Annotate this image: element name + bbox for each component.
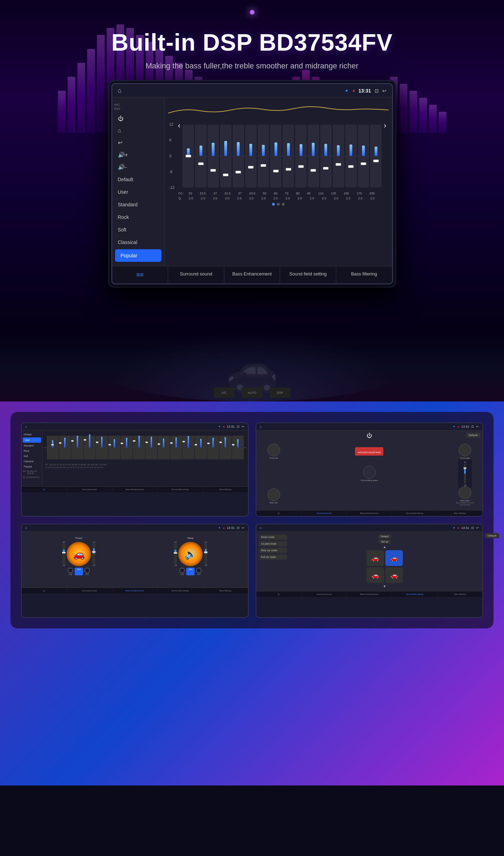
mini-slider-5[interactable] <box>96 436 108 460</box>
eq-nav-right[interactable]: › <box>382 121 388 191</box>
eq-slider-7[interactable] <box>270 125 281 187</box>
mini-home-3[interactable]: ⌂ <box>25 526 27 530</box>
eq-slider-6[interactable] <box>258 125 269 187</box>
mini-tab-eq-2[interactable]: ||| <box>256 510 302 516</box>
mini-win-2[interactable]: ⊡ <box>471 425 474 428</box>
eq-slider-11[interactable] <box>320 125 332 187</box>
eq-slider-0[interactable] <box>182 125 194 187</box>
eq-nav-left[interactable]: ‹ <box>176 121 182 191</box>
eq-slider-5[interactable] <box>245 125 257 187</box>
sidebar-item-back[interactable]: ↩ <box>112 136 164 149</box>
mini-tab-bass-4[interactable]: Bass Enhancement <box>347 591 392 597</box>
mini-win-4[interactable]: ⊡ <box>471 526 474 530</box>
mini-si-soft[interactable]: Soft <box>22 453 42 459</box>
mini-slider-3[interactable] <box>71 436 83 460</box>
mini-win-1[interactable]: ⊡ <box>237 425 240 428</box>
mode-driver[interactable]: Driver mode <box>259 534 287 540</box>
mini-home-4[interactable]: ⌂ <box>260 526 262 530</box>
seat-rl[interactable]: 🚗 <box>367 567 384 583</box>
mini-slider-1[interactable] <box>47 436 59 460</box>
surround-default-btn[interactable]: Default <box>466 433 480 438</box>
mode-rear[interactable]: Rear car mode <box>259 548 287 553</box>
seat-rr[interactable]: 🚗 <box>385 567 403 583</box>
tab-bass-enhancement[interactable]: Bass Enhancement <box>224 266 280 283</box>
eq-slider-4[interactable] <box>233 125 244 187</box>
right-slider-1[interactable] <box>464 464 466 484</box>
rear-slider-left[interactable] <box>174 543 177 564</box>
seat-fl[interactable]: 🚗 <box>367 550 384 566</box>
page-dot-3[interactable] <box>282 203 285 206</box>
mini-back-1[interactable]: ↩ <box>242 425 245 428</box>
mini-back-3[interactable]: ↩ <box>242 526 245 530</box>
sidebar-item-classical[interactable]: Classical <box>112 236 164 249</box>
eq-slider-3[interactable] <box>220 125 232 187</box>
mini-tab-filter-4[interactable]: Bass filtering <box>437 591 482 597</box>
home-icon[interactable]: ⌂ <box>118 87 122 94</box>
eq-slider-14[interactable] <box>358 125 369 187</box>
mini-slider-12[interactable] <box>182 436 194 460</box>
mini-tab-bass-2[interactable]: Bass Enhancement <box>347 510 392 516</box>
mini-home-2[interactable]: ⌂ <box>260 425 262 428</box>
mini-tab-bass-3[interactable]: Bass Enhancement <box>112 588 158 593</box>
eq-slider-15[interactable] <box>370 125 382 187</box>
mini-slider-11[interactable] <box>170 436 182 460</box>
mini-home-1[interactable]: ⌂ <box>25 425 27 428</box>
mini-slider-16[interactable] <box>232 436 244 460</box>
mini-slider-2[interactable] <box>59 436 71 460</box>
front-slider-left[interactable] <box>62 543 65 564</box>
mini-slider-8[interactable] <box>133 436 145 460</box>
mini-tab-surround-2[interactable]: Surround sound <box>301 510 347 516</box>
sidebar-item-vol-down[interactable]: 🔊- <box>112 161 164 173</box>
mini-tab-field-1[interactable]: Sound field setting <box>158 487 203 492</box>
mini-back-2[interactable]: ↩ <box>476 425 479 428</box>
sidebar-item-user[interactable]: User <box>112 186 164 198</box>
mode-full[interactable]: Full car mode <box>259 554 287 560</box>
tab-bass-filtering[interactable]: Bass filtering <box>336 266 392 283</box>
mini-tab-surround-3[interactable]: Surround sound <box>67 588 112 593</box>
eq-slider-13[interactable] <box>345 125 357 187</box>
mini-win-3[interactable]: ⊡ <box>237 526 240 530</box>
mini-tab-eq-1[interactable]: ||| <box>22 487 67 492</box>
mini-tab-eq-3[interactable]: ||| <box>22 588 67 593</box>
rear-off-btn[interactable]: OFF <box>186 568 195 575</box>
mode-copilot[interactable]: Co-pilot mode <box>259 541 287 546</box>
eq-slider-8[interactable] <box>283 125 294 187</box>
mini-tab-field-3[interactable]: Sound field setting <box>158 588 203 593</box>
page-dot-1[interactable] <box>272 203 275 206</box>
mini-tab-field-4[interactable]: Sound field setting <box>392 591 437 597</box>
front-off-btn[interactable]: OFF <box>75 568 83 575</box>
seat-fr[interactable]: 🚗 <box>385 550 403 566</box>
mini-slider-10[interactable] <box>158 436 170 460</box>
front-slider-right[interactable] <box>92 543 95 564</box>
sidebar-item-default[interactable]: Default <box>112 173 164 186</box>
sidebar-item-vol-up[interactable]: 🔊+ <box>112 149 164 161</box>
mini-back-4[interactable]: ↩ <box>476 526 479 530</box>
surround-power-icon[interactable]: ⏻ <box>367 433 372 439</box>
mini-si-standard[interactable]: Standard <box>22 443 42 448</box>
mini-slider-13[interactable] <box>195 436 206 460</box>
seats-setup-btn[interactable]: Set up <box>378 540 391 544</box>
mini-tab-field-2[interactable]: Sound field setting <box>392 510 437 516</box>
tab-sound-field[interactable]: Sound field setting <box>280 266 336 283</box>
mini-tab-bass-1[interactable]: Bass Enhancement <box>112 487 158 492</box>
sidebar-item-standard[interactable]: Standard <box>112 198 164 211</box>
mini-slider-14[interactable] <box>207 436 219 460</box>
sidebar-item-rock[interactable]: Rock <box>112 211 164 223</box>
eq-slider-12[interactable] <box>333 125 344 187</box>
tab-eq-icon[interactable]: ≡≡ <box>112 266 168 283</box>
tab-surround-sound[interactable]: Surround sound <box>168 266 224 283</box>
nav-up[interactable]: ▲ <box>383 545 386 549</box>
mini-tab-eq-4[interactable]: ||| <box>256 591 302 597</box>
mini-si-rock[interactable]: Rock <box>22 448 42 453</box>
mini-slider-7[interactable] <box>121 436 133 460</box>
mini-tab-filter-2[interactable]: Bass filtering <box>437 510 482 516</box>
eq-slider-9[interactable] <box>295 125 307 187</box>
mini-tab-filter-3[interactable]: Bass filtering <box>203 588 248 593</box>
eq-slider-2[interactable] <box>208 125 219 187</box>
page-dot-2[interactable] <box>277 203 280 206</box>
mini-slider-9[interactable] <box>145 436 157 460</box>
mini-si-default[interactable]: Default <box>22 432 42 437</box>
sidebar-item-power[interactable]: ⏻ <box>112 113 164 125</box>
mini-slider-15[interactable] <box>219 436 231 460</box>
sidebar-item-soft[interactable]: Soft <box>112 223 164 236</box>
